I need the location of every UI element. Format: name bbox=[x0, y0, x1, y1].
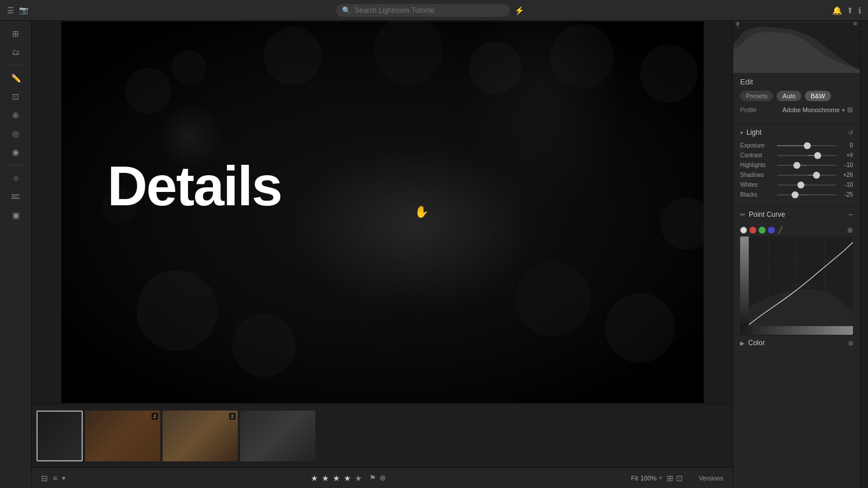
presets-button[interactable]: Presets bbox=[740, 91, 773, 101]
channel-green[interactable] bbox=[759, 227, 766, 234]
color-section-header[interactable]: ▶ Color ⊞ bbox=[733, 335, 860, 350]
profile-dropdown-icon[interactable]: ▾ bbox=[842, 107, 845, 113]
curve-collapse[interactable]: − bbox=[848, 210, 853, 219]
top-bar-right: 🔔 ⬆ ℹ bbox=[832, 6, 861, 15]
highlights-value: -10 bbox=[840, 162, 853, 168]
right-panel: ⤡ Edit Presets Auto B&W Profile Adobe Mo… bbox=[733, 21, 860, 488]
exposure-row: Exposure 0 bbox=[740, 142, 853, 149]
light-reset[interactable]: ↺ bbox=[848, 130, 853, 136]
star-1[interactable]: ★ bbox=[311, 474, 318, 483]
sort-chevron[interactable]: ▾ bbox=[62, 474, 65, 482]
notification-icon[interactable]: 🔔 bbox=[832, 6, 842, 15]
channel-white[interactable] bbox=[740, 227, 747, 234]
sidebar-redeye-icon[interactable]: ◉ bbox=[5, 144, 26, 160]
filmstrip-thumb[interactable]: 2 bbox=[163, 411, 238, 461]
svg-point-14 bbox=[660, 198, 704, 250]
svg-point-7 bbox=[550, 24, 614, 88]
upload-icon[interactable]: ⬆ bbox=[847, 6, 854, 15]
curve-svg bbox=[740, 236, 853, 335]
filmstrip-thumb[interactable] bbox=[36, 411, 83, 461]
menu-icon[interactable]: ☰ bbox=[7, 6, 14, 15]
list-view-icon[interactable]: ≡ bbox=[53, 474, 57, 483]
profile-value-text: Adobe Monochrome bbox=[782, 106, 840, 113]
highlights-label: Highlights bbox=[740, 162, 774, 168]
svg-point-11 bbox=[516, 261, 591, 337]
light-section-left: ▾ Light bbox=[740, 128, 762, 136]
color-section-left: ▶ Color bbox=[740, 339, 765, 347]
search-input[interactable] bbox=[336, 4, 510, 17]
sidebar-view-icon[interactable]: ▣ bbox=[5, 207, 26, 223]
sidebar-mask-icon[interactable]: ◎ bbox=[5, 125, 26, 142]
photo-main-text: Details bbox=[108, 154, 282, 218]
whites-track[interactable] bbox=[777, 184, 837, 186]
histogram-expand[interactable]: ⤡ bbox=[735, 23, 740, 29]
svg-point-19 bbox=[854, 22, 857, 25]
zoom-value: 100% bbox=[641, 475, 657, 482]
color-action[interactable]: ⊞ bbox=[848, 340, 853, 346]
svg-point-9 bbox=[137, 270, 218, 351]
panel-edge-btn-1[interactable]: · bbox=[862, 25, 867, 31]
panel-edge-btn-2[interactable]: · bbox=[862, 38, 867, 44]
filmstrip-thumb[interactable] bbox=[240, 411, 315, 461]
sidebar-navigate-icon[interactable]: ⊞ bbox=[5, 25, 26, 42]
whites-row: Whites -10 bbox=[740, 182, 853, 188]
star-3[interactable]: ★ bbox=[333, 474, 340, 483]
thumb-badge: 2 bbox=[152, 413, 158, 420]
profile-grid-icon[interactable]: ⊞ bbox=[847, 106, 853, 114]
filter-icon[interactable]: ⚡ bbox=[514, 6, 524, 15]
contrast-track[interactable] bbox=[777, 155, 837, 156]
color-chevron: ▶ bbox=[740, 340, 745, 346]
compare-icon[interactable]: ⊞ bbox=[667, 474, 674, 483]
contrast-value: +# bbox=[840, 152, 853, 158]
curve-reset[interactable]: ⊕ bbox=[847, 226, 853, 234]
star-2[interactable]: ★ bbox=[322, 474, 329, 483]
channel-line[interactable]: ╱ bbox=[778, 226, 782, 234]
highlights-track[interactable] bbox=[777, 165, 837, 166]
svg-point-5 bbox=[374, 21, 443, 85]
grid-view-icon[interactable]: ⊟ bbox=[41, 474, 48, 483]
edit-buttons: Presets Auto B&W bbox=[740, 91, 853, 101]
fit-control[interactable]: Fit 100% ▾ bbox=[631, 475, 661, 482]
bw-button[interactable]: B&W bbox=[805, 91, 831, 101]
panel-edge-btn-3[interactable]: · bbox=[862, 51, 867, 57]
blacks-track[interactable] bbox=[777, 194, 837, 195]
light-chevron: ▾ bbox=[740, 130, 743, 136]
whites-value: -10 bbox=[840, 182, 853, 188]
curve-label: Point Curve bbox=[749, 210, 785, 219]
auto-button[interactable]: Auto bbox=[777, 91, 801, 101]
sidebar-edit-icon[interactable]: ✏️ bbox=[5, 70, 26, 86]
top-bar: ☰ 📷 🔍 ⚡ 🔔 ⬆ ℹ bbox=[0, 0, 868, 21]
sliders-area: Exposure 0 Contrast +# Highlights bbox=[733, 140, 860, 206]
sidebar-library-icon[interactable]: 🗂 bbox=[5, 44, 26, 60]
sidebar-crop-icon[interactable]: ⊡ bbox=[5, 88, 26, 105]
cursor-icon: ✋ bbox=[414, 205, 429, 219]
curve-edit-icon: ✏ bbox=[740, 211, 745, 219]
info-icon[interactable]: ℹ bbox=[858, 6, 861, 15]
reject-icon[interactable]: ⊗ bbox=[380, 474, 386, 482]
sidebar-contrast-icon[interactable] bbox=[5, 188, 26, 205]
sidebar-exposure-icon[interactable]: ⊙ bbox=[5, 170, 26, 186]
bottom-center: ★ ★ ★ ★ ★ ⚑ ⊗ bbox=[311, 474, 386, 483]
curve-section-header[interactable]: ✏ Point Curve − bbox=[733, 206, 860, 223]
curve-canvas[interactable] bbox=[740, 236, 853, 335]
shadows-row: Shadows +26 bbox=[740, 172, 853, 178]
svg-point-6 bbox=[469, 42, 521, 94]
channel-blue[interactable] bbox=[768, 227, 775, 234]
star-4[interactable]: ★ bbox=[344, 474, 351, 483]
shadows-track[interactable] bbox=[777, 175, 837, 176]
svg-point-2 bbox=[125, 68, 171, 114]
light-section-header[interactable]: ▾ Light ↺ bbox=[733, 124, 860, 140]
shadows-label: Shadows bbox=[740, 172, 774, 178]
channel-red[interactable] bbox=[749, 227, 756, 234]
flag-icon[interactable]: ⚑ bbox=[369, 474, 376, 482]
search-icon: 🔍 bbox=[342, 6, 351, 14]
sidebar-heal-icon[interactable]: ⊕ bbox=[5, 107, 26, 123]
star-5[interactable]: ★ bbox=[355, 474, 362, 483]
canvas-view[interactable]: Details ✋ bbox=[32, 21, 733, 404]
split-icon[interactable]: ⊡ bbox=[676, 474, 683, 483]
sidebar-divider-2 bbox=[7, 165, 24, 165]
edit-section: Edit Presets Auto B&W Profile Adobe Mono… bbox=[733, 73, 860, 124]
filmstrip-thumb[interactable]: 2 bbox=[85, 411, 160, 461]
exposure-track[interactable] bbox=[777, 145, 837, 146]
bottom-bar: ⊟ ≡ ▾ ★ ★ ★ ★ ★ ⚑ ⊗ Fit 100% ▾ ⊞ bbox=[32, 467, 733, 488]
